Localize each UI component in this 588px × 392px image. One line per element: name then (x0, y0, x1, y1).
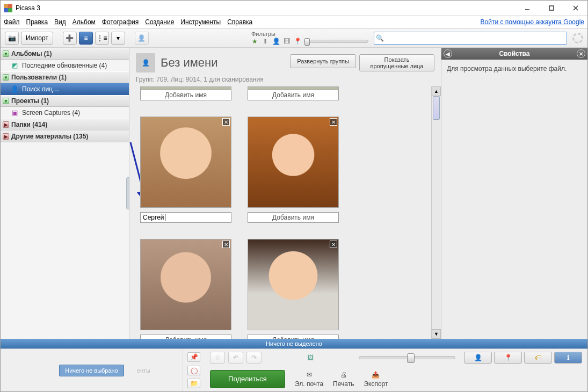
menu-album[interactable]: Альбом (72, 18, 96, 26)
filter-star-icon[interactable]: ★ (250, 37, 259, 46)
record-button[interactable]: ◯ (187, 366, 200, 375)
sidebar-head-folders-label: Папки (414) (11, 121, 47, 128)
sidebar-head-albums[interactable]: ▼Альбомы (1) (1, 48, 129, 60)
dismiss-face-button[interactable]: ✕ (222, 241, 230, 248)
scroll-down-button[interactable]: ▼ (432, 329, 441, 339)
filter-slider[interactable] (304, 40, 368, 43)
recent-icon: ◩ (10, 61, 19, 70)
window-title: Picasa 3 (16, 4, 40, 12)
menu-view[interactable]: Вид (54, 18, 66, 26)
sidebar-item-screencaptures-label: Screen Captures (4) (22, 109, 80, 117)
filter-geo-icon[interactable]: 📍 (293, 37, 302, 46)
properties-body: Для просмотра данных выберите файл. (441, 60, 587, 78)
menu-tools[interactable]: Инструменты (180, 18, 221, 26)
sidebar-head-users-label: Пользователи (1) (11, 74, 67, 81)
search-icon: 🔍 (374, 34, 385, 42)
name-input[interactable]: Добавить имя (248, 335, 339, 339)
name-input-editing[interactable]: Сергей (140, 212, 231, 223)
view-options-button[interactable]: ▾ (111, 32, 125, 45)
name-input[interactable]: Добавить имя (248, 90, 339, 100)
menu-help[interactable]: Справка (227, 18, 252, 26)
thumb-size-icon: 🖼 (307, 354, 314, 361)
sidebar-item-screencaptures[interactable]: ▣Screen Captures (4) (1, 107, 129, 119)
name-input[interactable]: Добавить имя (140, 90, 231, 100)
rotate-left-button[interactable]: ↶ (228, 352, 243, 364)
view-list-button[interactable]: ≡ (79, 32, 93, 45)
email-button[interactable]: ✉Эл. почта (295, 371, 323, 388)
menu-file[interactable]: Файл (4, 18, 20, 26)
sidebar-head-other[interactable]: ▶Другие материалы (135) (1, 130, 129, 142)
signin-link[interactable]: Войти с помощью аккаунта Google (481, 18, 584, 26)
export-icon: 📤 (371, 371, 381, 379)
search-bar[interactable]: 🔍 (374, 32, 567, 45)
scroll-thumb[interactable] (433, 96, 440, 120)
svg-rect-1 (549, 6, 554, 10)
envelope-icon: ✉ (304, 371, 314, 379)
scroll-up-button[interactable]: ▲ (432, 86, 441, 96)
dismiss-face-button[interactable]: ✕ (330, 118, 337, 126)
sidebar-head-projects[interactable]: ▼Проекты (1) (1, 95, 129, 107)
tab-tags[interactable]: 🏷 (524, 352, 552, 364)
thumb-size-slider[interactable] (359, 356, 455, 359)
view-tree-button[interactable]: ⋮≡ (95, 32, 109, 45)
rotate-right-button[interactable]: ↷ (246, 352, 262, 364)
face-thumbnail[interactable]: ✕ (140, 117, 231, 208)
import-camera-button[interactable]: 📷 (5, 32, 19, 45)
group-stats: Групп: 709, Лиц: 9014, 1 для сканировани… (136, 76, 434, 83)
filter-movie-icon[interactable]: 🎞 (282, 37, 291, 46)
activity-spinner-icon (572, 33, 583, 43)
maximize-button[interactable] (539, 1, 563, 16)
printer-icon: 🖨 (339, 371, 349, 379)
properties-title: Свойства (452, 50, 577, 57)
svg-line-3 (574, 6, 578, 10)
export-label: Экспорт (364, 380, 388, 388)
sidebar-head-users[interactable]: ▼Пользователи (1) (1, 71, 129, 83)
import-button[interactable]: Импорт (21, 32, 53, 45)
name-input[interactable]: Добавить имя (140, 335, 231, 339)
dismiss-face-button[interactable]: ✕ (222, 118, 230, 126)
menu-edit[interactable]: Правка (26, 18, 48, 26)
app-logo (4, 4, 12, 12)
prop-collapse-left[interactable]: ◀ (444, 49, 452, 58)
menu-create[interactable]: Создание (145, 18, 174, 26)
people-button[interactable]: 👤 (135, 32, 149, 45)
tab-people[interactable]: 👤 (464, 352, 492, 364)
selection-status: Ничего не выделено (1, 339, 587, 349)
face-thumbnail[interactable]: ✕ (248, 117, 339, 208)
tray-button[interactable]: 📁 (187, 379, 200, 388)
export-button[interactable]: 📤Экспорт (364, 371, 388, 388)
menu-photo[interactable]: Фотография (102, 18, 139, 26)
sidebar-head-albums-label: Альбомы (1) (11, 50, 52, 57)
filter-upload-icon[interactable]: ⬆ (261, 37, 270, 46)
show-skipped-button[interactable]: Показать пропущенные лица (359, 54, 434, 71)
print-label: Печать (333, 380, 354, 388)
sidebar-item-facesearch[interactable]: 👤Поиск лиц… (1, 83, 129, 95)
pin-button[interactable]: 📌 (187, 352, 200, 362)
tab-info[interactable]: ℹ (554, 352, 582, 364)
face-thumbnail[interactable]: ✕ (140, 239, 231, 330)
face-thumbnail[interactable]: ✕ (248, 239, 339, 330)
prop-close[interactable]: ✕ (577, 49, 585, 58)
print-button[interactable]: 🖨Печать (333, 371, 354, 388)
expand-groups-button[interactable]: Развернуть группы (290, 54, 356, 68)
scrollbar[interactable]: ▲ ▼ (431, 86, 441, 339)
share-button[interactable]: Поделиться (210, 370, 285, 388)
search-input[interactable] (385, 33, 567, 43)
close-button[interactable] (563, 1, 587, 16)
group-avatar: 👤 (136, 53, 155, 72)
minimize-button[interactable] (515, 1, 539, 16)
name-input[interactable]: Добавить имя (248, 212, 339, 223)
sidebar-head-folders[interactable]: ▶Папки (414) (1, 119, 129, 130)
sidebar-item-facesearch-label: Поиск лиц… (22, 85, 59, 93)
email-label: Эл. почта (295, 380, 323, 388)
svg-line-2 (574, 6, 578, 10)
filters-label: Фильтры (250, 31, 368, 37)
sidebar-item-recent[interactable]: ◩Последние обновленные (4) (1, 60, 129, 71)
tab-places[interactable]: 📍 (494, 352, 522, 364)
sidebar-head-projects-label: Проекты (1) (11, 97, 49, 105)
dismiss-face-button[interactable]: ✕ (330, 241, 337, 248)
import-label: Импорт (26, 34, 48, 42)
filter-face-icon[interactable]: 👤 (272, 37, 280, 46)
star-button[interactable]: ☆ (210, 352, 225, 364)
new-album-button[interactable]: ➕ (63, 32, 77, 45)
